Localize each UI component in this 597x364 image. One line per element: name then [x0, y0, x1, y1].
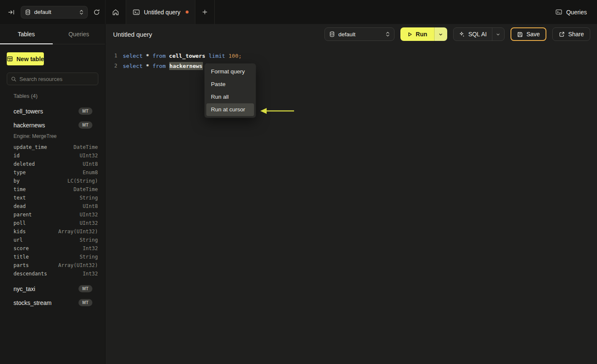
code-token	[143, 63, 146, 69]
code-token: 100;	[228, 53, 241, 59]
column-type: UInt8	[83, 161, 98, 167]
query-header: Untitled query default	[105, 24, 597, 44]
sql-editor[interactable]: 1select * from cell_towers limit 100;2se…	[105, 44, 597, 364]
column-row[interactable]: kidsArray(UInt32)	[0, 227, 105, 236]
search-input[interactable]	[19, 76, 94, 82]
table-row-nyc-taxi[interactable]: nyc_taxi MT	[0, 282, 105, 296]
editor-lines: 1select * from cell_towers limit 100;2se…	[105, 51, 597, 71]
column-name: kids	[14, 229, 26, 235]
column-row[interactable]: descendantsInt32	[0, 270, 105, 278]
engine-badge: MT	[78, 285, 92, 292]
column-row[interactable]: partsArray(UInt32)	[0, 261, 105, 270]
sidebar-tabs: Tables Queries	[0, 24, 105, 44]
topbar-left: default	[0, 0, 105, 24]
unsaved-indicator-dot	[186, 11, 189, 13]
column-name: dead	[14, 203, 26, 209]
plus-icon	[202, 9, 208, 15]
column-name: update_time	[14, 144, 47, 150]
column-name: text	[14, 195, 26, 201]
run-button-label: Run	[416, 31, 427, 38]
sql-console-app: default Untitled query	[0, 0, 597, 364]
home-button[interactable]	[105, 0, 126, 24]
column-type: UInt8	[83, 203, 98, 209]
column-row[interactable]: scoreInt32	[0, 244, 105, 253]
table-row-hackernews[interactable]: hackernews MT	[0, 118, 105, 132]
share-icon	[559, 31, 565, 38]
collapse-sidebar-button[interactable]	[8, 8, 15, 16]
column-type: Array(UInt32)	[58, 229, 98, 235]
save-button-label: Save	[527, 31, 540, 38]
context-menu-item-run-all[interactable]: Run all	[206, 91, 254, 103]
column-row[interactable]: titleString	[0, 253, 105, 261]
sidebar-tab-queries[interactable]: Queries	[53, 24, 105, 44]
table-engine-label: Engine: MergeTree	[0, 132, 105, 140]
tab-strip: Untitled query	[105, 0, 555, 24]
column-name: parent	[14, 212, 32, 218]
table-name: cell_towers	[14, 108, 43, 115]
table-row-cell-towers[interactable]: cell_towers MT	[0, 104, 105, 118]
console-icon	[132, 8, 140, 16]
sidebar-tab-tables[interactable]: Tables	[0, 24, 53, 44]
sql-ai-button[interactable]: SQL AI	[454, 28, 492, 40]
context-menu-items: Format queryPasteRun allRun at cursor	[206, 65, 254, 116]
table-name: hackernews	[14, 122, 45, 129]
column-row[interactable]: idUInt32	[0, 151, 105, 160]
queries-icon	[555, 8, 562, 16]
query-title: Untitled query	[113, 31, 152, 38]
body: Tables Queries New table Tables (4)	[0, 24, 597, 364]
editor-line[interactable]: 1select * from cell_towers limit 100;	[105, 51, 597, 61]
context-menu-item-format-query[interactable]: Format query	[206, 65, 254, 78]
sidebar: Tables Queries New table Tables (4)	[0, 24, 105, 364]
column-name: type	[14, 170, 26, 175]
refresh-button[interactable]	[93, 9, 100, 16]
new-tab-button[interactable]	[195, 0, 215, 24]
sidebar-tab-label: Tables	[18, 31, 35, 38]
database-selector-value: default	[34, 9, 51, 15]
new-table-button[interactable]: New table	[7, 52, 44, 65]
table-row-stocks-stream[interactable]: stocks_stream MT	[0, 296, 105, 310]
columns-list: update_timeDateTimeidUInt32deletedUInt8t…	[0, 143, 105, 278]
table-name: stocks_stream	[14, 299, 51, 306]
column-row[interactable]: byLC(String)	[0, 177, 105, 185]
share-button[interactable]: Share	[552, 27, 590, 41]
sql-ai-label: SQL AI	[468, 31, 487, 38]
column-type: LC(String)	[68, 178, 98, 184]
run-button-group: Run	[400, 27, 447, 41]
line-number: 1	[105, 53, 117, 59]
column-name: parts	[14, 262, 29, 268]
column-row[interactable]: deletedUInt8	[0, 160, 105, 168]
tab-untitled-query[interactable]: Untitled query	[126, 0, 195, 24]
query-database-selector[interactable]: default	[324, 27, 394, 41]
context-menu-item-run-at-cursor[interactable]: Run at cursor	[206, 103, 254, 116]
queries-button-label: Queries	[566, 9, 587, 16]
run-button[interactable]: Run	[400, 27, 434, 41]
column-row[interactable]: typeEnum8	[0, 168, 105, 177]
column-type: Enum8	[83, 170, 98, 175]
database-icon	[25, 9, 31, 15]
column-row[interactable]: textString	[0, 194, 105, 202]
code-token: select	[123, 53, 143, 59]
queries-button[interactable]: Queries	[555, 8, 587, 16]
chevron-updown-icon	[386, 31, 390, 37]
sql-ai-options-button[interactable]	[492, 28, 504, 40]
column-name: poll	[14, 220, 26, 226]
topbar: default Untitled query	[0, 0, 597, 24]
column-name: deleted	[14, 161, 35, 167]
column-row[interactable]: deadUInt8	[0, 202, 105, 210]
code-token	[143, 53, 146, 59]
column-row[interactable]: timeDateTime	[0, 185, 105, 194]
column-row[interactable]: update_timeDateTime	[0, 143, 105, 151]
save-button[interactable]: Save	[511, 27, 546, 41]
column-row[interactable]: urlString	[0, 236, 105, 244]
editor-line[interactable]: 2select * from hackernews limit 1000	[105, 61, 597, 71]
column-row[interactable]: pollUInt32	[0, 219, 105, 227]
context-menu-item-paste[interactable]: Paste	[206, 78, 254, 91]
column-name: descendants	[14, 271, 47, 277]
code-token: cell_towers	[169, 53, 205, 59]
sql-ai-button-group: SQL AI	[453, 27, 505, 41]
column-row[interactable]: parentUInt32	[0, 210, 105, 219]
topbar-database-selector[interactable]: default	[21, 6, 88, 19]
code-token	[166, 53, 169, 59]
engine-badge: MT	[78, 121, 92, 129]
run-options-button[interactable]	[435, 27, 447, 41]
